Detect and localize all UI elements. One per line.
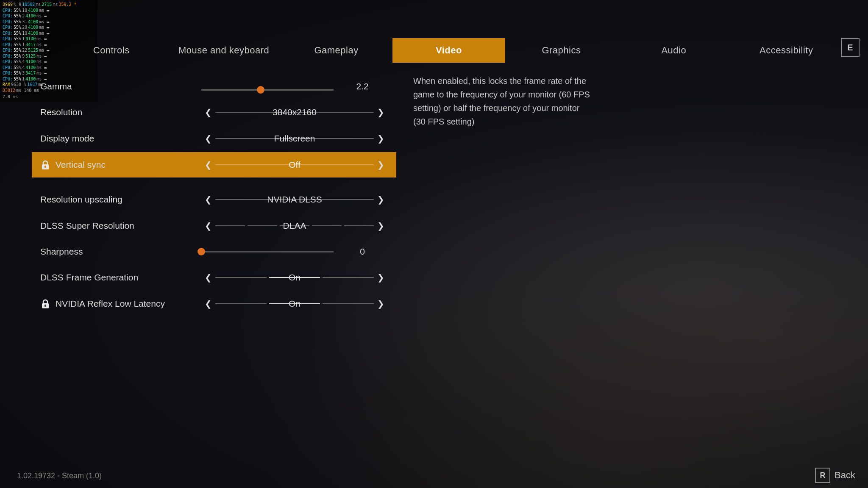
dlss-super-resolution-prev[interactable]: ❮	[201, 219, 215, 233]
sharpness-value: 0	[337, 247, 388, 257]
resolution-control: ❮ 3840x2160 ❯	[201, 105, 388, 119]
nvidia-reflex-track: On	[215, 302, 374, 305]
sharpness-thumb[interactable]	[198, 248, 205, 255]
svg-rect-3	[45, 305, 46, 307]
dlss-frame-gen-control: ❮ On ❯	[201, 271, 388, 284]
dlss-super-resolution-control: ❮ DLAA ❯	[201, 219, 388, 233]
vertical-sync-row[interactable]: Vertical sync ❮ Off ❯	[32, 152, 396, 177]
display-mode-label: Display mode	[40, 133, 201, 144]
gamma-label: Gamma	[40, 81, 201, 92]
dlss-segments-container: DLAA	[215, 225, 374, 227]
vertical-sync-track: Off	[215, 164, 374, 165]
resolution-value: 3840x2160	[273, 107, 317, 117]
info-text: When enabled, this locks the frame rate …	[413, 74, 591, 128]
gamma-row: Gamma 2.2	[32, 74, 396, 99]
resolution-label: Resolution	[40, 107, 201, 117]
vertical-sync-control: ❮ Off ❯	[201, 158, 388, 172]
nvidia-reflex-row: NVIDIA Reflex Low Latency ❮ On ❯	[32, 291, 396, 316]
back-button[interactable]: R Back	[815, 468, 855, 483]
nvidia-reflex-next[interactable]: ❯	[374, 297, 388, 311]
dlss-super-resolution-value: DLAA	[283, 221, 306, 231]
lock-icon	[40, 160, 50, 170]
gamma-value: 2.2	[337, 81, 388, 92]
hud-fps: 8969	[3, 2, 13, 8]
dlss-seg-5	[344, 225, 374, 226]
version-text: 1.02.19732 - Steam (1.0)	[17, 471, 102, 480]
nvidia-reflex-label: NVIDIA Reflex Low Latency	[40, 299, 201, 309]
e-key-indicator: E	[841, 38, 860, 57]
resolution-prev[interactable]: ❮	[201, 105, 215, 119]
sharpness-slider[interactable]	[201, 247, 334, 256]
vertical-sync-label: Vertical sync	[40, 160, 201, 170]
main-content: Gamma 2.2 Resolution ❮ 3840x2160	[32, 66, 868, 463]
display-mode-prev[interactable]: ❮	[201, 132, 215, 145]
tab-video[interactable]: Video	[392, 38, 505, 63]
dlss-frame-gen-label: DLSS Frame Generation	[40, 272, 201, 283]
dlss-frame-gen-row: DLSS Frame Generation ❮ On ❯	[32, 265, 396, 290]
tab-audio[interactable]: Audio	[618, 38, 730, 63]
vertical-sync-next[interactable]: ❯	[374, 158, 388, 172]
tab-controls[interactable]: Controls	[55, 38, 167, 63]
resolution-upscaling-label: Resolution upscaling	[40, 194, 201, 205]
dlss-seg-1	[215, 225, 245, 226]
resolution-upscaling-value: NVIDIA DLSS	[267, 194, 322, 205]
dlss-frame-gen-next[interactable]: ❯	[374, 271, 388, 284]
reflex-lock-icon	[40, 299, 50, 309]
display-mode-row: Display mode ❮ Fullscreen ❯	[32, 126, 396, 151]
settings-panel: Gamma 2.2 Resolution ❮ 3840x2160	[32, 66, 396, 463]
dlss-frame-gen-track: On	[215, 276, 374, 279]
vertical-sync-prev[interactable]: ❮	[201, 158, 215, 172]
sharpness-label: Sharpness	[40, 247, 201, 257]
info-panel: When enabled, this locks the frame rate …	[396, 66, 608, 463]
resolution-next[interactable]: ❯	[374, 105, 388, 119]
resolution-upscaling-row: Resolution upscaling ❮ NVIDIA DLSS ❯	[32, 187, 396, 212]
sharpness-row: Sharpness 0	[32, 239, 396, 264]
resolution-row: Resolution ❮ 3840x2160 ❯	[32, 100, 396, 125]
nvidia-reflex-control: ❮ On ❯	[201, 297, 388, 311]
display-mode-control: ❮ Fullscreen ❯	[201, 132, 388, 145]
dlss-super-resolution-next[interactable]: ❯	[374, 219, 388, 233]
tab-mouse-keyboard[interactable]: Mouse and keyboard	[167, 38, 280, 63]
tab-graphics[interactable]: Graphics	[505, 38, 618, 63]
resolution-track: 3840x2160	[215, 112, 374, 113]
resolution-upscaling-prev[interactable]: ❮	[201, 193, 215, 206]
dlss-seg-2	[248, 225, 277, 226]
svg-rect-1	[45, 166, 46, 168]
gamma-slider[interactable]	[201, 82, 334, 91]
resolution-upscaling-control: ❮ NVIDIA DLSS ❯	[201, 193, 388, 206]
sharpness-control: 0	[201, 247, 388, 257]
vertical-sync-value: Off	[289, 160, 300, 170]
gamma-control: 2.2	[201, 81, 388, 92]
dlss-super-resolution-row: DLSS Super Resolution ❮ DLAA ❯	[32, 213, 396, 238]
dlss-frame-gen-value: On	[289, 272, 300, 283]
tab-gameplay[interactable]: Gameplay	[280, 38, 392, 63]
back-key: R	[815, 468, 830, 483]
dlss-seg-4	[312, 225, 342, 226]
tab-accessibility[interactable]: Accessibility	[730, 38, 843, 63]
nav-tabs: Controls Mouse and keyboard Gameplay Vid…	[55, 38, 843, 63]
display-mode-next[interactable]: ❯	[374, 132, 388, 145]
resolution-upscaling-track: NVIDIA DLSS	[215, 199, 374, 200]
display-mode-value: Fullscreen	[274, 133, 315, 144]
display-mode-track: Fullscreen	[215, 138, 374, 139]
dlss-frame-gen-prev[interactable]: ❮	[201, 271, 215, 284]
nvidia-reflex-prev[interactable]: ❮	[201, 297, 215, 311]
dlss-super-resolution-label: DLSS Super Resolution	[40, 221, 201, 231]
back-label: Back	[835, 470, 855, 481]
nvidia-reflex-value: On	[289, 299, 300, 309]
resolution-upscaling-next[interactable]: ❯	[374, 193, 388, 206]
spacer	[32, 178, 396, 187]
